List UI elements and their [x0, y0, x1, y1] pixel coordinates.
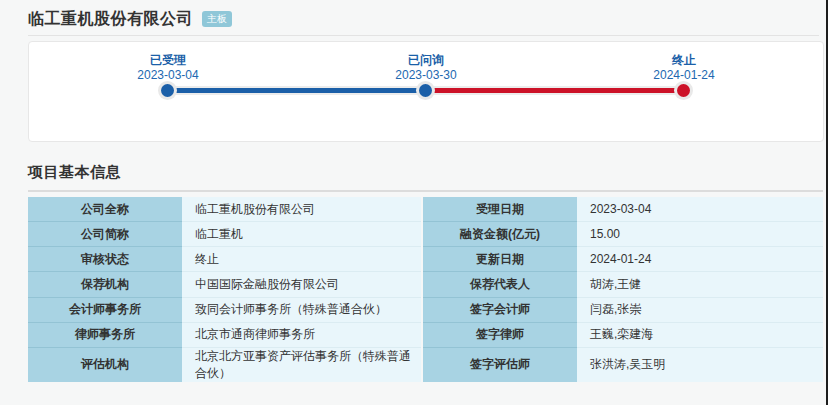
page-header: 临工重机股份有限公司 主板: [28, 7, 232, 31]
timeline-step-label: 已受理: [98, 53, 238, 68]
timeline-step-label: 已问询: [356, 53, 496, 68]
info-label-cell: 会计师事务所: [28, 298, 182, 323]
info-value-cell: 胡涛,王健: [577, 272, 823, 297]
info-value-cell: 2024-01-24: [577, 247, 823, 272]
info-label-cell: 签字会计师: [423, 298, 577, 323]
info-label-cell: 律师事务所: [28, 323, 182, 348]
window-right-edge: [826, 0, 828, 405]
info-value-cell: 15.00: [577, 222, 823, 247]
info-value-cell: 2023-03-04: [577, 197, 823, 222]
timeline-step-inquired: 已问询 2023-03-30: [356, 53, 496, 83]
info-value-cell: 致同会计师事务所（特殊普通合伙）: [182, 298, 421, 323]
info-value-cell: 终止: [182, 247, 421, 272]
header-divider: [28, 35, 819, 36]
status-timeline-card: 已受理 2023-03-04 已问询 2023-03-30 终止 2024-01…: [28, 41, 824, 142]
timeline-segment-red: [426, 88, 684, 93]
section-divider: [28, 190, 823, 192]
info-label-cell: 签字律师: [423, 323, 577, 348]
info-label-cell: 评估机构: [28, 348, 182, 382]
info-label-cell: 融资金额(亿元): [423, 222, 577, 247]
info-label-cell: 公司全称: [28, 197, 182, 222]
info-label-cell: 签字评估师: [423, 348, 577, 382]
company-title: 临工重机股份有限公司: [28, 9, 193, 30]
timeline-step-terminated: 终止 2024-01-24: [614, 53, 754, 83]
timeline-step-date: 2023-03-04: [98, 68, 238, 83]
timeline-segment-blue: [168, 88, 426, 93]
info-label-cell: 保荐代表人: [423, 272, 577, 297]
info-value-cell: 北京北方亚事资产评估事务所（特殊普通合伙）: [182, 348, 421, 382]
info-label-cell: 公司简称: [28, 222, 182, 247]
info-value-cell: 北京市通商律师事务所: [182, 323, 421, 348]
page-background: 临工重机股份有限公司 主板 已受理 2023-03-04 已问询 2023-03…: [0, 0, 826, 405]
timeline-node-accepted: [161, 84, 174, 97]
board-badge: 主板: [202, 11, 232, 27]
section-heading: 项目基本信息: [28, 163, 121, 182]
info-value-cell: 王巍,栾建海: [577, 323, 823, 348]
info-label-cell: 受理日期: [423, 197, 577, 222]
info-value-cell: 临工重机: [182, 222, 421, 247]
info-label-cell: 保荐机构: [28, 272, 182, 297]
timeline-step-date: 2024-01-24: [614, 68, 754, 83]
info-value-cell: 张洪涛,吴玉明: [577, 348, 823, 382]
timeline-node-terminated: [677, 84, 690, 97]
project-info-table: 公司全称 临工重机股份有限公司 受理日期 2023-03-04 公司简称 临工重…: [28, 197, 823, 382]
timeline-step-accepted: 已受理 2023-03-04: [98, 53, 238, 83]
info-value-cell: 中国国际金融股份有限公司: [182, 272, 421, 297]
timeline-node-inquired: [419, 84, 432, 97]
info-value-cell: 临工重机股份有限公司: [182, 197, 421, 222]
timeline-step-label: 终止: [614, 53, 754, 68]
timeline-step-date: 2023-03-30: [356, 68, 496, 83]
info-label-cell: 审核状态: [28, 247, 182, 272]
info-value-cell: 闫磊,张崇: [577, 298, 823, 323]
info-label-cell: 更新日期: [423, 247, 577, 272]
